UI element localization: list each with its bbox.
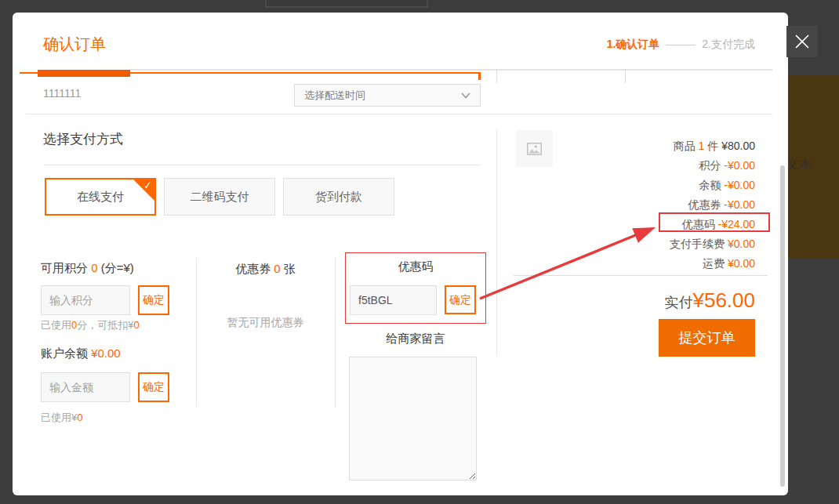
balance-label-text: 账户余额 bbox=[41, 346, 91, 360]
row-label: 商品 bbox=[674, 140, 699, 152]
tab-label: 二维码支付 bbox=[191, 190, 249, 205]
points-used-note: 已使用0分，可抵扣¥0 bbox=[41, 318, 140, 332]
coupon-count: 0 bbox=[274, 262, 280, 275]
close-button[interactable] bbox=[786, 26, 818, 57]
tab-underline-end bbox=[478, 72, 481, 80]
total-label: 实付 bbox=[664, 295, 692, 310]
tab-label: 货到付款 bbox=[315, 190, 362, 205]
column-divider bbox=[335, 258, 336, 408]
row-value: -¥0.00 bbox=[724, 179, 755, 191]
background-input-fragment bbox=[265, 0, 428, 8]
row-label: 余额 bbox=[699, 179, 724, 191]
payment-heading-divider bbox=[43, 165, 481, 165]
tab-label: 在线支付 bbox=[77, 190, 124, 205]
order-summary: 商品 1 件 ¥80.00 积分 -¥0.00 余额 -¥0.00 优惠券 -¥… bbox=[499, 136, 755, 274]
coupon-unit: 张 bbox=[281, 262, 296, 275]
section-divider bbox=[26, 114, 772, 114]
total-line: 实付¥56.00 bbox=[664, 288, 755, 313]
step-pay-complete: 2.支付完成 bbox=[702, 38, 755, 50]
promo-code-title: 优惠码 bbox=[345, 259, 486, 274]
order-number-text: 1111111 bbox=[43, 87, 81, 100]
summary-row-goods: 商品 1 件 ¥80.00 bbox=[499, 136, 755, 156]
row-label: 运费 bbox=[703, 257, 728, 270]
total-value: ¥56.00 bbox=[692, 288, 755, 312]
points-input[interactable] bbox=[41, 285, 130, 315]
used-balance-value: 0 bbox=[77, 412, 82, 423]
table-bottom-border bbox=[129, 69, 772, 71]
chevron-down-icon bbox=[461, 92, 470, 99]
points-label-text: 可用积分 bbox=[41, 261, 91, 274]
step-confirm-order: 1.确认订单 bbox=[607, 38, 660, 50]
row-label: 支付手续费 bbox=[670, 237, 728, 250]
promo-code-input[interactable] bbox=[350, 285, 437, 315]
active-tab-indicator bbox=[38, 70, 130, 77]
tab-cash-on-delivery[interactable]: 货到付款 bbox=[283, 178, 394, 216]
promo-row-highlight-box bbox=[659, 212, 770, 232]
delivery-time-select[interactable]: 选择配送时间 bbox=[294, 84, 481, 107]
page-background: 文本 确认订单 1.确认订单2.支付完成 1111111 选择配送时间 选择支付… bbox=[0, 0, 839, 504]
row-value: ¥0.00 bbox=[728, 237, 755, 250]
tab-online-payment[interactable]: 在线支付 ✓ bbox=[45, 178, 156, 216]
merchant-message-label: 给商家留言 bbox=[345, 332, 486, 346]
summary-row-fee: 支付手续费 ¥0.00 bbox=[499, 234, 755, 254]
close-icon bbox=[794, 34, 810, 49]
used-prefix: 已使用¥ bbox=[41, 412, 77, 423]
summary-panel-divider bbox=[496, 129, 497, 355]
goods-unit: 件 bbox=[704, 140, 721, 152]
account-balance-label: 账户余额 ¥0.00 bbox=[41, 346, 121, 361]
points-available-value: 0 bbox=[91, 261, 97, 274]
coupon-title: 优惠券 0 张 bbox=[196, 262, 335, 277]
delivery-time-value: 选择配送时间 bbox=[304, 89, 461, 103]
used-prefix: 已使用 bbox=[41, 319, 71, 331]
page-title: 确认订单 bbox=[43, 34, 106, 55]
table-column-divider bbox=[496, 69, 497, 83]
column-divider bbox=[196, 258, 197, 407]
balance-value: ¥0.00 bbox=[91, 346, 121, 360]
check-icon: ✓ bbox=[143, 179, 152, 191]
row-label: 优惠券 bbox=[688, 198, 724, 211]
submit-order-button[interactable]: 提交订单 bbox=[659, 319, 755, 357]
points-confirm-button[interactable]: 确定 bbox=[138, 285, 169, 315]
balance-confirm-button[interactable]: 确定 bbox=[138, 372, 169, 402]
payment-method-heading: 选择支付方式 bbox=[43, 130, 123, 148]
balance-used-note: 已使用¥0 bbox=[41, 411, 82, 425]
promo-confirm-button[interactable]: 确定 bbox=[445, 285, 476, 314]
goods-amount: ¥80.00 bbox=[721, 140, 755, 152]
points-label-suffix: (分=¥) bbox=[98, 261, 134, 274]
balance-input[interactable] bbox=[41, 372, 130, 402]
row-value: -¥0.00 bbox=[724, 198, 755, 211]
checkout-steps: 1.确认订单2.支付完成 bbox=[607, 38, 755, 52]
step-divider bbox=[666, 45, 696, 45]
modal-scrollbar-thumb[interactable] bbox=[780, 165, 785, 487]
merchant-message-textarea[interactable] bbox=[349, 357, 477, 480]
summary-row-points: 积分 -¥0.00 bbox=[499, 156, 755, 176]
row-value: ¥0.00 bbox=[728, 257, 755, 270]
confirm-order-modal: 确认订单 1.确认订单2.支付完成 1111111 选择配送时间 选择支付方式 … bbox=[13, 13, 788, 495]
available-points-label: 可用积分 0 (分=¥) bbox=[41, 261, 134, 276]
row-value: -¥0.00 bbox=[724, 159, 755, 172]
coupon-label: 优惠券 bbox=[235, 262, 274, 275]
summary-divider bbox=[514, 275, 768, 276]
coupon-empty-text: 暂无可用优惠券 bbox=[196, 316, 335, 330]
tab-qrcode-payment[interactable]: 二维码支付 bbox=[164, 178, 275, 216]
background-text-fragment: 文本 bbox=[786, 157, 812, 173]
summary-row-shipping: 运费 ¥0.00 bbox=[499, 254, 755, 274]
summary-row-balance: 余额 -¥0.00 bbox=[499, 176, 755, 195]
used-mid: 分，可抵扣¥ bbox=[77, 319, 133, 331]
row-label: 积分 bbox=[699, 159, 724, 172]
table-column-divider bbox=[625, 69, 626, 83]
deduct-value: 0 bbox=[133, 319, 139, 331]
